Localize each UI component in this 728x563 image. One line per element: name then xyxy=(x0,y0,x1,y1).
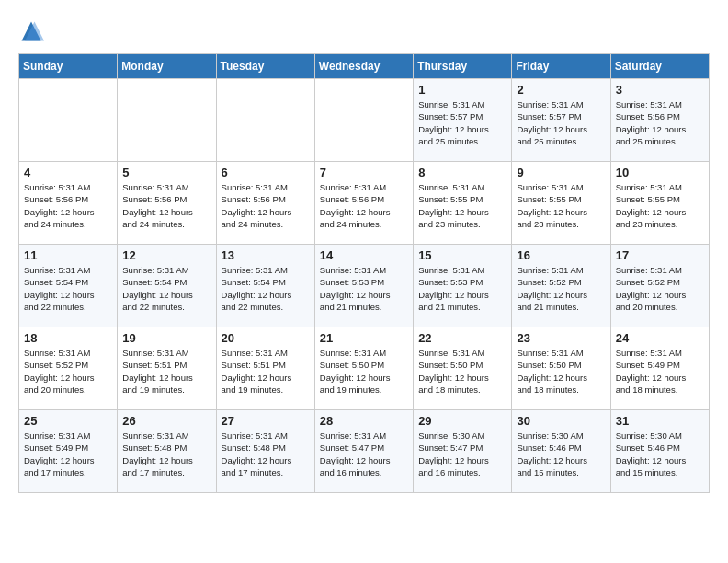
day-info: Sunrise: 5:31 AM Sunset: 5:50 PM Dayligh… xyxy=(517,347,605,396)
calendar-cell: 16Sunrise: 5:31 AM Sunset: 5:52 PM Dayli… xyxy=(512,245,610,327)
day-number: 5 xyxy=(122,166,210,179)
day-number: 31 xyxy=(616,414,704,428)
calendar-cell: 18Sunrise: 5:31 AM Sunset: 5:52 PM Dayli… xyxy=(19,327,118,410)
day-info: Sunrise: 5:31 AM Sunset: 5:51 PM Dayligh… xyxy=(222,347,310,396)
day-info: Sunrise: 5:31 AM Sunset: 5:56 PM Dayligh… xyxy=(320,181,408,230)
day-info: Sunrise: 5:31 AM Sunset: 5:52 PM Dayligh… xyxy=(616,264,704,313)
day-number: 23 xyxy=(517,331,605,345)
day-info: Sunrise: 5:31 AM Sunset: 5:48 PM Dayligh… xyxy=(222,430,310,478)
calendar-cell: 28Sunrise: 5:31 AM Sunset: 5:47 PM Dayli… xyxy=(314,410,413,493)
calendar-header-row: SundayMondayTuesdayWednesdayThursdayFrid… xyxy=(19,54,710,79)
page-header xyxy=(18,18,710,44)
calendar-table: SundayMondayTuesdayWednesdayThursdayFrid… xyxy=(18,53,710,493)
day-info: Sunrise: 5:30 AM Sunset: 5:47 PM Dayligh… xyxy=(418,430,506,478)
calendar-cell xyxy=(216,79,314,162)
day-number: 11 xyxy=(24,248,112,262)
day-number: 12 xyxy=(122,248,210,262)
day-number: 18 xyxy=(24,331,112,345)
weekday-header: Tuesday xyxy=(216,54,314,79)
day-info: Sunrise: 5:31 AM Sunset: 5:56 PM Dayligh… xyxy=(616,98,704,147)
day-number: 24 xyxy=(616,331,704,345)
calendar-cell: 2Sunrise: 5:31 AM Sunset: 5:57 PM Daylig… xyxy=(512,79,610,162)
weekday-header: Wednesday xyxy=(314,54,413,79)
day-info: Sunrise: 5:31 AM Sunset: 5:48 PM Dayligh… xyxy=(122,430,210,478)
day-number: 30 xyxy=(517,414,605,428)
calendar-cell: 20Sunrise: 5:31 AM Sunset: 5:51 PM Dayli… xyxy=(216,327,314,410)
day-number: 15 xyxy=(418,248,506,262)
calendar-week-row: 4Sunrise: 5:31 AM Sunset: 5:56 PM Daylig… xyxy=(19,162,710,245)
day-info: Sunrise: 5:31 AM Sunset: 5:57 PM Dayligh… xyxy=(418,98,506,147)
day-info: Sunrise: 5:31 AM Sunset: 5:55 PM Dayligh… xyxy=(517,181,605,230)
calendar-cell: 9Sunrise: 5:31 AM Sunset: 5:55 PM Daylig… xyxy=(512,162,610,245)
day-info: Sunrise: 5:31 AM Sunset: 5:54 PM Dayligh… xyxy=(122,264,210,313)
logo xyxy=(18,18,48,44)
day-number: 10 xyxy=(616,166,704,179)
day-info: Sunrise: 5:31 AM Sunset: 5:50 PM Dayligh… xyxy=(320,347,408,396)
weekday-header: Thursday xyxy=(414,54,512,79)
calendar-cell: 25Sunrise: 5:31 AM Sunset: 5:49 PM Dayli… xyxy=(19,410,118,493)
calendar-cell: 24Sunrise: 5:31 AM Sunset: 5:49 PM Dayli… xyxy=(610,327,709,410)
calendar-cell: 21Sunrise: 5:31 AM Sunset: 5:50 PM Dayli… xyxy=(314,327,413,410)
day-number: 7 xyxy=(320,166,408,179)
day-number: 13 xyxy=(222,248,310,262)
day-number: 21 xyxy=(320,331,408,345)
day-info: Sunrise: 5:31 AM Sunset: 5:56 PM Dayligh… xyxy=(222,181,310,230)
day-number: 8 xyxy=(418,166,506,179)
calendar-cell: 13Sunrise: 5:31 AM Sunset: 5:54 PM Dayli… xyxy=(216,245,314,327)
calendar-cell: 27Sunrise: 5:31 AM Sunset: 5:48 PM Dayli… xyxy=(216,410,314,493)
day-info: Sunrise: 5:30 AM Sunset: 5:46 PM Dayligh… xyxy=(616,430,704,478)
calendar-cell xyxy=(19,79,118,162)
calendar-cell: 17Sunrise: 5:31 AM Sunset: 5:52 PM Dayli… xyxy=(610,245,709,327)
calendar-cell: 22Sunrise: 5:31 AM Sunset: 5:50 PM Dayli… xyxy=(414,327,512,410)
day-number: 14 xyxy=(320,248,408,262)
day-info: Sunrise: 5:31 AM Sunset: 5:57 PM Dayligh… xyxy=(517,98,605,147)
calendar-cell: 3Sunrise: 5:31 AM Sunset: 5:56 PM Daylig… xyxy=(610,79,709,162)
day-info: Sunrise: 5:31 AM Sunset: 5:53 PM Dayligh… xyxy=(320,264,408,313)
day-info: Sunrise: 5:31 AM Sunset: 5:49 PM Dayligh… xyxy=(24,430,112,478)
calendar-cell xyxy=(314,79,413,162)
calendar-cell: 19Sunrise: 5:31 AM Sunset: 5:51 PM Dayli… xyxy=(118,327,216,410)
day-number: 29 xyxy=(418,414,506,428)
logo-icon xyxy=(18,18,44,44)
day-info: Sunrise: 5:31 AM Sunset: 5:50 PM Dayligh… xyxy=(418,347,506,396)
calendar-cell: 29Sunrise: 5:30 AM Sunset: 5:47 PM Dayli… xyxy=(414,410,512,493)
calendar-cell: 1Sunrise: 5:31 AM Sunset: 5:57 PM Daylig… xyxy=(414,79,512,162)
day-info: Sunrise: 5:31 AM Sunset: 5:52 PM Dayligh… xyxy=(24,347,112,396)
calendar-cell: 7Sunrise: 5:31 AM Sunset: 5:56 PM Daylig… xyxy=(314,162,413,245)
day-info: Sunrise: 5:31 AM Sunset: 5:51 PM Dayligh… xyxy=(122,347,210,396)
day-number: 25 xyxy=(24,414,112,428)
calendar-week-row: 1Sunrise: 5:31 AM Sunset: 5:57 PM Daylig… xyxy=(19,79,710,162)
weekday-header: Monday xyxy=(118,54,216,79)
calendar-cell: 5Sunrise: 5:31 AM Sunset: 5:56 PM Daylig… xyxy=(118,162,216,245)
day-info: Sunrise: 5:31 AM Sunset: 5:47 PM Dayligh… xyxy=(320,430,408,478)
day-number: 6 xyxy=(222,166,310,179)
weekday-header: Sunday xyxy=(19,54,118,79)
calendar-week-row: 25Sunrise: 5:31 AM Sunset: 5:49 PM Dayli… xyxy=(19,410,710,493)
calendar-cell: 26Sunrise: 5:31 AM Sunset: 5:48 PM Dayli… xyxy=(118,410,216,493)
day-info: Sunrise: 5:31 AM Sunset: 5:52 PM Dayligh… xyxy=(517,264,605,313)
calendar-cell: 14Sunrise: 5:31 AM Sunset: 5:53 PM Dayli… xyxy=(314,245,413,327)
day-number: 9 xyxy=(517,166,605,179)
calendar-cell: 6Sunrise: 5:31 AM Sunset: 5:56 PM Daylig… xyxy=(216,162,314,245)
day-number: 3 xyxy=(616,83,704,97)
day-number: 26 xyxy=(122,414,210,428)
day-number: 16 xyxy=(517,248,605,262)
day-info: Sunrise: 5:31 AM Sunset: 5:56 PM Dayligh… xyxy=(122,181,210,230)
day-number: 22 xyxy=(418,331,506,345)
calendar-cell: 12Sunrise: 5:31 AM Sunset: 5:54 PM Dayli… xyxy=(118,245,216,327)
weekday-header: Friday xyxy=(512,54,610,79)
weekday-header: Saturday xyxy=(610,54,709,79)
calendar-cell: 30Sunrise: 5:30 AM Sunset: 5:46 PM Dayli… xyxy=(512,410,610,493)
day-number: 19 xyxy=(122,331,210,345)
calendar-cell: 31Sunrise: 5:30 AM Sunset: 5:46 PM Dayli… xyxy=(610,410,709,493)
day-info: Sunrise: 5:30 AM Sunset: 5:46 PM Dayligh… xyxy=(517,430,605,478)
day-number: 4 xyxy=(24,166,112,179)
calendar-cell: 11Sunrise: 5:31 AM Sunset: 5:54 PM Dayli… xyxy=(19,245,118,327)
day-info: Sunrise: 5:31 AM Sunset: 5:55 PM Dayligh… xyxy=(418,181,506,230)
day-info: Sunrise: 5:31 AM Sunset: 5:49 PM Dayligh… xyxy=(616,347,704,396)
day-info: Sunrise: 5:31 AM Sunset: 5:56 PM Dayligh… xyxy=(24,181,112,230)
day-info: Sunrise: 5:31 AM Sunset: 5:53 PM Dayligh… xyxy=(418,264,506,313)
calendar-cell: 8Sunrise: 5:31 AM Sunset: 5:55 PM Daylig… xyxy=(414,162,512,245)
day-number: 28 xyxy=(320,414,408,428)
calendar-cell: 10Sunrise: 5:31 AM Sunset: 5:55 PM Dayli… xyxy=(610,162,709,245)
